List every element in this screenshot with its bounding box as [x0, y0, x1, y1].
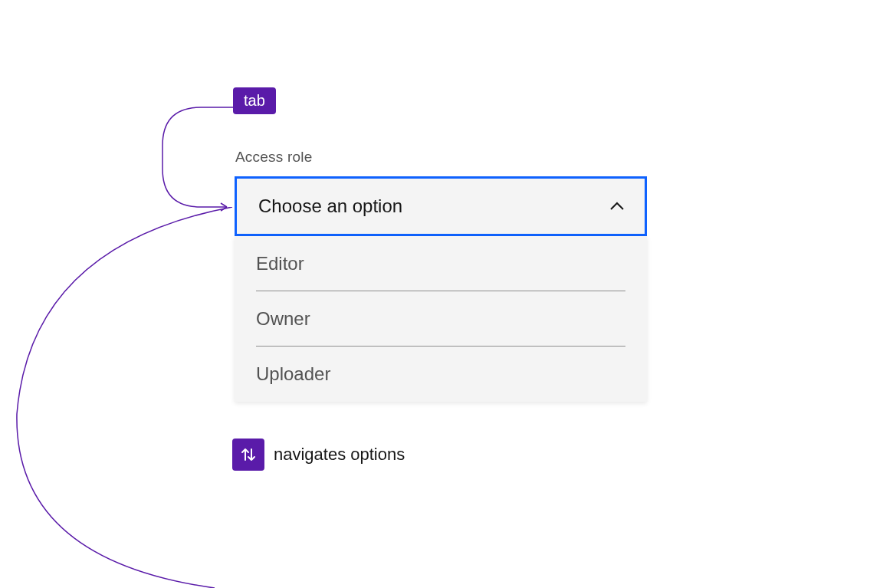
navigation-hint: navigates options	[232, 439, 405, 471]
chevron-up-icon	[609, 202, 625, 211]
option-label: Uploader	[256, 363, 330, 384]
dropdown-placeholder: Choose an option	[258, 195, 402, 217]
access-role-dropdown: Choose an option Editor Owner Uploader	[235, 176, 647, 402]
dropdown-option-editor[interactable]: Editor	[235, 236, 647, 291]
connector-arrow-2	[0, 207, 238, 588]
dropdown-option-owner[interactable]: Owner	[235, 291, 647, 347]
dropdown-option-uploader[interactable]: Uploader	[235, 347, 647, 402]
up-down-arrows-icon	[240, 446, 257, 463]
connector-arrow-1	[153, 100, 238, 215]
option-label: Editor	[256, 253, 304, 274]
tab-key-label: tab	[244, 92, 265, 109]
tab-key-badge: tab	[233, 87, 276, 114]
arrow-keys-badge	[232, 439, 264, 471]
nav-hint-text: navigates options	[274, 445, 405, 465]
dropdown-menu: Editor Owner Uploader	[235, 236, 647, 402]
field-label: Access role	[235, 149, 312, 166]
option-label: Owner	[256, 308, 310, 329]
dropdown-trigger[interactable]: Choose an option	[235, 176, 647, 236]
